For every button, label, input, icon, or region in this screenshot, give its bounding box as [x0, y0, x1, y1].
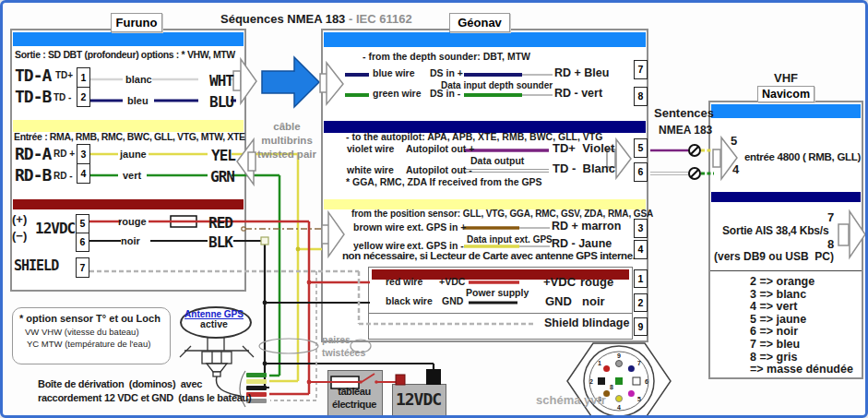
geonav-ds-in-minus: DS in - [430, 89, 460, 100]
vhf-out-label: Sortie AIS 38,4 Kbs/s [722, 225, 828, 237]
geonav-internal-gps-note: non nécessaire, si Lecteur de Carte avec… [342, 250, 636, 262]
junction-note-l2: raccordement 12 VDC et GND (dans le bate… [38, 392, 251, 403]
antenna-label: Antenne GPS active [180, 309, 248, 330]
geonav-pin-3: 3 [634, 219, 648, 238]
wire-label-vert: vert [123, 170, 141, 181]
geonav-pin-1: 1 [634, 269, 648, 288]
no-connection-icon [689, 145, 700, 156]
furuno-minus: (−) [12, 230, 27, 243]
furuno-shield-label: SHIELD [14, 258, 58, 274]
sensor-note-l1: * option sensor T° et ou Loch [19, 313, 161, 324]
furuno-rd-a-sig: RD + [54, 149, 75, 159]
cable-note-l3: twisted pair [250, 148, 324, 161]
wire-label-noir: noir [121, 235, 140, 246]
sentences-label: Sentences [654, 107, 714, 120]
geonav-pin-7: 7 [634, 60, 648, 79]
vhf-out-pin-7: 7 [827, 211, 834, 224]
geonav-tag: Géonav [449, 13, 510, 32]
svg-text:7: 7 [637, 360, 641, 366]
cable-note: câble multibrins twisted pair [250, 120, 324, 161]
cable-note-l1: câble [250, 120, 324, 134]
furuno-td-a: TD-A [15, 66, 51, 85]
wire-label-yel: YEL [211, 148, 235, 164]
pinout-item: 6 => noir [750, 326, 853, 339]
furuno-pin-1: 1 [77, 67, 90, 88]
pinout-item: 2 => orange [750, 276, 853, 289]
furuno-tag: Furuno [111, 13, 162, 32]
geonav-pin-5: 5 [634, 138, 648, 158]
pinout-item: 4 => vert [750, 301, 853, 314]
battery-label: 12VDC [392, 384, 445, 415]
geonav-autopilot-out-plus: Autopilot out + [406, 144, 474, 155]
furuno-pin-3: 3 [77, 144, 90, 164]
furuno-pin-5: 5 [76, 214, 89, 233]
navicom-tag-label: Navicom [762, 88, 810, 101]
geonav-depth-header: - from the depth sounder: DBT, MTW [363, 52, 530, 63]
pinout-item: 5 => jaune [750, 314, 853, 327]
furuno-rd-b-sig: RD - [54, 171, 73, 181]
twisted-pair-loop-icon [259, 339, 318, 353]
pinout-item: => masse dénudée [750, 364, 853, 376]
furuno-power-bar [13, 199, 244, 209]
vhf-pinout-list: 2 => orange 3 => blanc 4 => vert 5 => ja… [750, 276, 853, 376]
battery-minus-terminal [426, 369, 441, 385]
furuno-rd-b: RD-B [15, 166, 51, 185]
geonav-brown-wire: brown wire [353, 222, 404, 233]
wire-label-blanc: blanc [125, 74, 152, 85]
svg-text:1: 1 [598, 360, 601, 366]
panel-label-l2: électrique [327, 398, 381, 411]
furuno-output-bar [13, 32, 244, 46]
furuno-td-a-sig: TD+ [55, 70, 73, 80]
vhf-out-bar [711, 192, 861, 202]
pinout-item: 7 => bleu [750, 339, 853, 352]
furuno-plus: (+) [12, 213, 27, 226]
geonav-pin-8: 8 [634, 87, 648, 106]
wire-label-grn: GRN [210, 169, 234, 185]
furuno-pin-7: 7 [76, 257, 89, 278]
wire-label-blk: BLK [208, 234, 232, 251]
geonav-violet-wire: violet wire [347, 144, 394, 155]
furuno-pin-4: 4 [77, 163, 90, 184]
geonav-green-wire: green wire [373, 89, 422, 100]
geonav-vdc-dest: +VDC [543, 276, 576, 289]
wire-label-blu: BLU [209, 94, 233, 111]
wire-label-wht: WHT [209, 73, 233, 90]
geonav-noir-dest: noir [582, 295, 605, 308]
geonav-ds-in-plus: DS in + [430, 68, 463, 79]
geonav-pin-4: 4 [634, 240, 648, 259]
cable-arrow-icon [262, 57, 319, 107]
wire-label-jaune: jaune [120, 149, 147, 160]
vhf-in-bar [711, 104, 861, 118]
svg-text:4: 4 [617, 404, 621, 411]
geonav-ext-gps-in-plus: ext. GPS in + [407, 222, 466, 233]
cable-note-l2: multibrins [250, 134, 324, 148]
geonav-rd-jaune: RD - Jaune [552, 238, 612, 251]
geonav-rd-marron: RD + marron [552, 221, 621, 233]
wire-label-bleu: bleu [127, 95, 149, 106]
geonav-position-header: from the position sensor: GLL, VTG, GGA,… [351, 209, 653, 219]
antenna-label-l2: active [180, 319, 248, 330]
svg-text:9: 9 [617, 352, 621, 359]
sensor-note-l3: YC MTW (température de l'eau) [27, 340, 150, 349]
geonav-autopilot-out-minus: Autopilot out - [406, 165, 472, 176]
nmea-wiring-diagram: 1 2 3 4 5 6 7 8 9 Furuno Séquences NMEA … [0, 0, 868, 418]
geonav-rd-vert: RD - vert [554, 88, 602, 101]
svg-text:6: 6 [645, 378, 648, 385]
nmea183-label: NMEA 183 [659, 125, 712, 137]
geonav-position-mid: Data input ext. GPS [467, 234, 553, 245]
vhf-title: VHF [774, 72, 798, 85]
vhf-out-sub: (vers DB9 ou USB PC) [714, 251, 834, 263]
furuno-rd-a: RD-A [15, 145, 51, 163]
geonav-power-separator [369, 313, 632, 314]
svg-text:5: 5 [637, 396, 641, 402]
geonav-black-wire: black wire [386, 296, 433, 307]
pairs-note-l1: paires [322, 335, 351, 346]
geonav-autopilot-mid: Data output [470, 156, 524, 167]
furuno-td-b-sig: TD - [54, 92, 71, 102]
geonav-shield-dest: Shield blindage [544, 317, 629, 330]
furuno-output-header: Sortie : SD DBT (profondeur) options : *… [15, 50, 235, 61]
geonav-td-blanc: TD - Blanc [553, 162, 615, 175]
geonav-gnd-dest: GND [545, 295, 572, 308]
furuno-pin-2: 2 [77, 87, 90, 107]
geonav-depth-bar [324, 32, 646, 47]
